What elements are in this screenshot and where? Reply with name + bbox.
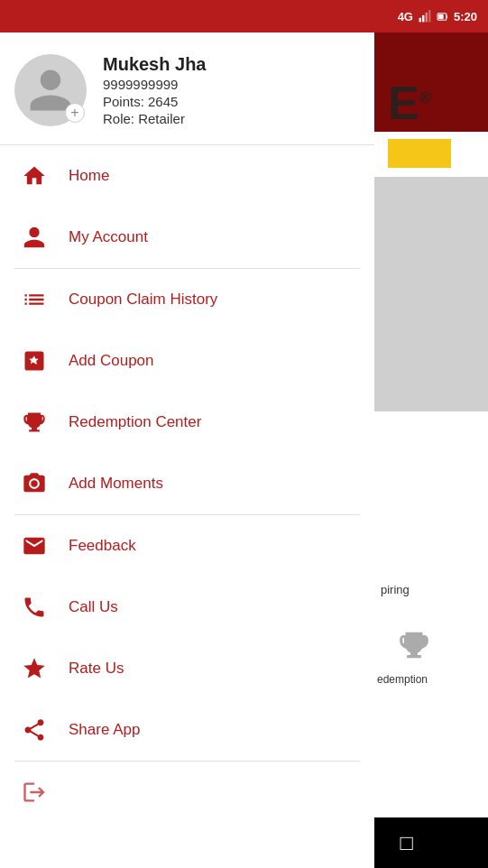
- email-icon: [18, 530, 51, 562]
- svg-rect-6: [447, 14, 447, 17]
- menu-item-rate-us[interactable]: Rate Us: [0, 638, 374, 699]
- bg-logo: E®: [388, 76, 431, 130]
- logout-icon: [18, 776, 51, 808]
- svg-rect-0: [419, 18, 421, 23]
- profile-role: Role: Retailer: [103, 111, 206, 126]
- bg-trophy-icon: [397, 628, 431, 666]
- menu-item-add-coupon[interactable]: Add Coupon: [0, 330, 374, 392]
- menu-item-call-us[interactable]: Call Us: [0, 577, 374, 638]
- menu-label-coupon-claim-history: Coupon Claim History: [69, 291, 217, 309]
- time-text: 5:20: [454, 10, 477, 23]
- menu-label-home: Home: [69, 167, 109, 185]
- phone-icon: [18, 591, 51, 623]
- menu-item-my-account[interactable]: My Account: [0, 207, 374, 268]
- menu-list: Home My Account Coupon Cla: [0, 145, 374, 868]
- menu-label-call-us: Call Us: [69, 598, 118, 616]
- menu-label-share-app: Share App: [69, 721, 140, 739]
- battery-icon: [437, 11, 448, 23]
- menu-label-redemption-center: Redemption Center: [69, 413, 201, 431]
- profile-info: Mukesh Jha 9999999999 Points: 2645 Role:…: [103, 54, 206, 126]
- drawer: + Mukesh Jha 9999999999 Points: 2645 Rol…: [0, 32, 374, 868]
- menu-item-logout[interactable]: [0, 762, 374, 823]
- profile-name: Mukesh Jha: [103, 54, 206, 75]
- menu-item-add-moments[interactable]: Add Moments: [0, 453, 374, 514]
- menu-item-feedback[interactable]: Feedback: [0, 515, 374, 577]
- menu-item-share-app[interactable]: Share App: [0, 699, 374, 761]
- menu-item-coupon-claim-history[interactable]: Coupon Claim History: [0, 269, 374, 330]
- home-icon: [18, 160, 51, 192]
- bg-redemption-text: edemption: [377, 673, 428, 686]
- signal-icon: [419, 10, 431, 23]
- menu-label-add-coupon: Add Coupon: [69, 352, 154, 370]
- profile-phone: 9999999999: [103, 77, 206, 92]
- menu-label-rate-us: Rate Us: [69, 660, 124, 678]
- svg-rect-2: [426, 13, 428, 23]
- recents-button[interactable]: □: [380, 825, 434, 861]
- status-bar: 4G 5:20: [0, 0, 488, 32]
- bg-gray-area: [374, 177, 488, 411]
- menu-label-my-account: My Account: [69, 228, 148, 246]
- main-container: E® piring edemption + Mukesh Jha 9: [0, 32, 488, 868]
- menu-label-add-moments: Add Moments: [69, 475, 163, 493]
- bg-yellow-bar: [388, 139, 451, 168]
- avatar-wrapper[interactable]: +: [14, 54, 87, 126]
- menu-item-home[interactable]: Home: [0, 145, 374, 207]
- person-icon: [18, 221, 51, 254]
- camera-icon: [18, 467, 51, 500]
- list-icon: [18, 283, 51, 316]
- profile-points: Points: 2645: [103, 94, 206, 109]
- profile-section: + Mukesh Jha 9999999999 Points: 2645 Rol…: [0, 32, 374, 145]
- svg-rect-3: [428, 10, 430, 22]
- star-badge-icon: [18, 345, 51, 377]
- star-icon: [18, 652, 51, 685]
- share-icon: [18, 714, 51, 746]
- svg-rect-5: [438, 14, 443, 18]
- trophy-icon: [18, 406, 51, 439]
- avatar-plus-button[interactable]: +: [65, 103, 85, 123]
- bg-expiring-text: piring: [381, 583, 410, 596]
- signal-text: 4G: [398, 10, 413, 23]
- menu-label-feedback: Feedback: [69, 537, 136, 555]
- svg-rect-1: [422, 15, 424, 23]
- menu-item-redemption-center[interactable]: Redemption Center: [0, 392, 374, 453]
